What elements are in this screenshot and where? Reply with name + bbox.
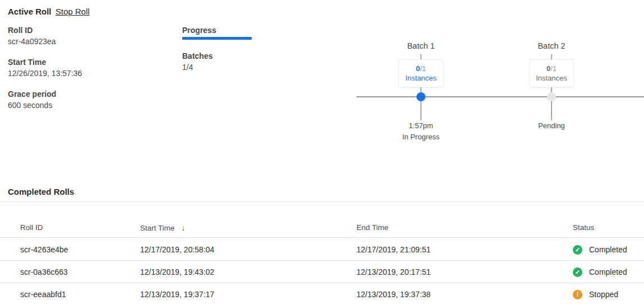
active-roll-title: Active Roll [8, 7, 52, 16]
batch-1-title: Batch 1 [376, 41, 466, 50]
row-end-time: 12/13/2019, 20:17:51 [356, 261, 430, 283]
batch-1-status: In Progress [376, 132, 466, 143]
batch-1-instances-card[interactable]: 0/1Instances [399, 59, 443, 87]
stop-roll-link[interactable]: Stop Roll [55, 7, 90, 16]
progress-section: Progress Batches 1/4 [182, 26, 294, 72]
progress-bar-fill [182, 37, 252, 40]
grace-period-value: 600 seconds [8, 101, 170, 110]
row-status: Completed [573, 238, 627, 261]
batch-2-status: Pending [507, 120, 596, 132]
row-roll-id: scr-0a36c663 [20, 261, 68, 283]
row-end-time: 12/13/2019, 19:37:38 [356, 283, 430, 305]
batch-1-instances-label: Instances [401, 73, 441, 83]
row-roll-id: scr-4263e4be [20, 238, 68, 261]
row-start-time: 12/17/2019, 20:58:04 [140, 238, 214, 261]
status-completed-icon [573, 268, 582, 277]
batches-label: Batches [182, 51, 294, 61]
batch-2-caption: Pending [507, 120, 596, 132]
timeline-batch-2: Batch 2 0/1Instances Pending [507, 41, 596, 142]
status-completed-icon [573, 245, 582, 255]
table-row[interactable]: scr-0a36c663 12/13/2019, 19:43:02 12/13/… [0, 261, 644, 283]
table-row[interactable]: scr-eeaabfd1 12/13/2019, 19:37:17 12/13/… [0, 283, 644, 305]
start-time-header-label: Start Time [140, 224, 175, 232]
completed-rolls-title: Completed Rolls [8, 187, 74, 196]
row-start-time: 12/13/2019, 19:43:02 [140, 261, 214, 283]
field-grace-period: Grace period 600 seconds [8, 90, 170, 110]
status-label: Stopped [589, 290, 618, 299]
batch-2-marker-dot [547, 92, 556, 101]
column-header-roll-id[interactable]: Roll ID [20, 223, 43, 232]
progress-label: Progress [182, 26, 294, 35]
row-roll-id: scr-eeaabfd1 [20, 283, 66, 305]
row-start-time: 12/13/2019, 19:37:17 [140, 283, 214, 305]
start-time-value: 12/26/2019, 13:57:36 [8, 69, 170, 78]
batch-2-instances-label: Instances [532, 73, 571, 83]
batch-1-instances-total: /1 [420, 64, 426, 73]
batch-2-instances-card[interactable]: 0/1Instances [529, 59, 574, 87]
batches-value: 1/4 [182, 63, 294, 72]
batch-2-title: Batch 2 [507, 41, 596, 50]
field-roll-id: Roll ID scr-4a0923ea [8, 26, 170, 46]
status-label: Completed [589, 245, 627, 255]
batch-2-instances-total: /1 [550, 64, 557, 73]
table-row[interactable]: scr-4263e4be 12/17/2019, 20:58:04 12/17/… [0, 238, 644, 261]
active-roll-page: Active Roll Stop Roll Roll ID scr-4a0923… [0, 0, 644, 305]
batch-1-marker-dot [416, 92, 425, 101]
grace-period-label: Grace period [8, 90, 170, 99]
start-time-label: Start Time [8, 58, 170, 67]
column-header-status[interactable]: Status [573, 223, 594, 232]
progress-bar [182, 37, 252, 40]
batch-1-time: 1:57pm [376, 120, 466, 132]
active-roll-details: Roll ID scr-4a0923ea Start Time 12/26/20… [8, 26, 170, 121]
roll-id-value: scr-4a0923ea [8, 37, 170, 46]
sort-descending-icon[interactable] [182, 223, 186, 232]
field-start-time: Start Time 12/26/2019, 13:57:36 [8, 58, 170, 78]
batch-1-caption: 1:57pmIn Progress [376, 120, 466, 143]
status-stopped-icon [573, 290, 582, 299]
section-divider [0, 201, 644, 202]
completed-rolls-table-header: Roll ID Start Time End Time Status [0, 215, 644, 238]
row-end-time: 12/17/2019, 21:09:51 [356, 238, 430, 261]
column-header-end-time[interactable]: End Time [356, 223, 388, 232]
row-status: Completed [573, 261, 627, 283]
row-status: Stopped [573, 283, 618, 305]
timeline-batch-1: Batch 1 0/1Instances 1:57pmIn Progress [376, 41, 466, 142]
status-label: Completed [589, 268, 627, 277]
column-header-start-time[interactable]: Start Time [140, 223, 186, 232]
roll-id-label: Roll ID [8, 26, 170, 35]
